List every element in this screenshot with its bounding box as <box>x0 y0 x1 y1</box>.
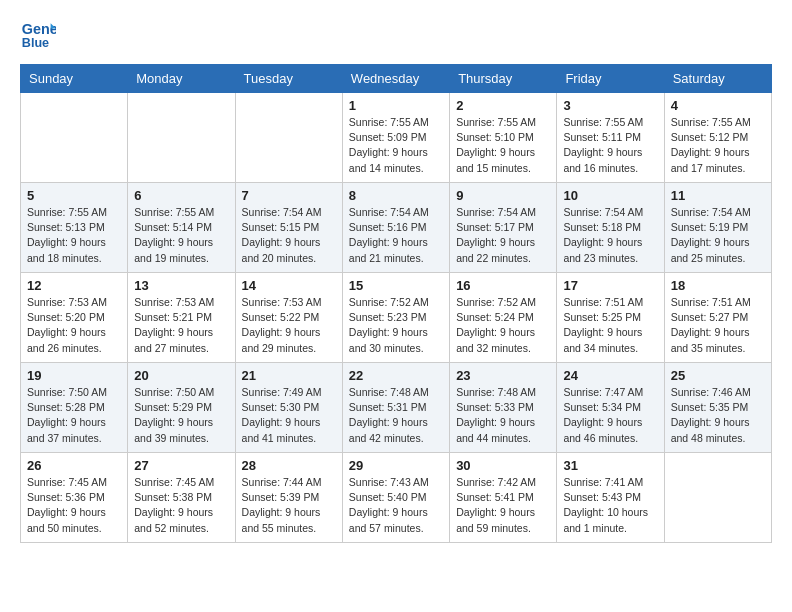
day-number: 30 <box>456 458 550 473</box>
day-number: 28 <box>242 458 336 473</box>
day-info: Sunrise: 7:53 AM Sunset: 5:22 PM Dayligh… <box>242 295 336 356</box>
day-info: Sunrise: 7:46 AM Sunset: 5:35 PM Dayligh… <box>671 385 765 446</box>
calendar-cell: 3Sunrise: 7:55 AM Sunset: 5:11 PM Daylig… <box>557 93 664 183</box>
calendar-cell <box>664 453 771 543</box>
header-sunday: Sunday <box>21 65 128 93</box>
day-number: 14 <box>242 278 336 293</box>
day-info: Sunrise: 7:54 AM Sunset: 5:18 PM Dayligh… <box>563 205 657 266</box>
day-number: 7 <box>242 188 336 203</box>
day-info: Sunrise: 7:54 AM Sunset: 5:16 PM Dayligh… <box>349 205 443 266</box>
day-number: 11 <box>671 188 765 203</box>
calendar-cell: 24Sunrise: 7:47 AM Sunset: 5:34 PM Dayli… <box>557 363 664 453</box>
calendar-cell: 13Sunrise: 7:53 AM Sunset: 5:21 PM Dayli… <box>128 273 235 363</box>
calendar-cell <box>235 93 342 183</box>
calendar-cell <box>128 93 235 183</box>
logo-icon: General Blue <box>20 16 56 52</box>
day-info: Sunrise: 7:55 AM Sunset: 5:10 PM Dayligh… <box>456 115 550 176</box>
day-number: 16 <box>456 278 550 293</box>
day-info: Sunrise: 7:54 AM Sunset: 5:17 PM Dayligh… <box>456 205 550 266</box>
calendar-cell: 27Sunrise: 7:45 AM Sunset: 5:38 PM Dayli… <box>128 453 235 543</box>
day-number: 13 <box>134 278 228 293</box>
header-thursday: Thursday <box>450 65 557 93</box>
day-number: 17 <box>563 278 657 293</box>
day-info: Sunrise: 7:55 AM Sunset: 5:12 PM Dayligh… <box>671 115 765 176</box>
day-info: Sunrise: 7:50 AM Sunset: 5:28 PM Dayligh… <box>27 385 121 446</box>
calendar-cell: 17Sunrise: 7:51 AM Sunset: 5:25 PM Dayli… <box>557 273 664 363</box>
day-number: 19 <box>27 368 121 383</box>
calendar-cell: 18Sunrise: 7:51 AM Sunset: 5:27 PM Dayli… <box>664 273 771 363</box>
header-wednesday: Wednesday <box>342 65 449 93</box>
calendar-week-row: 12Sunrise: 7:53 AM Sunset: 5:20 PM Dayli… <box>21 273 772 363</box>
day-number: 31 <box>563 458 657 473</box>
day-info: Sunrise: 7:48 AM Sunset: 5:31 PM Dayligh… <box>349 385 443 446</box>
day-info: Sunrise: 7:51 AM Sunset: 5:27 PM Dayligh… <box>671 295 765 356</box>
calendar-week-row: 26Sunrise: 7:45 AM Sunset: 5:36 PM Dayli… <box>21 453 772 543</box>
calendar-cell: 11Sunrise: 7:54 AM Sunset: 5:19 PM Dayli… <box>664 183 771 273</box>
day-number: 24 <box>563 368 657 383</box>
day-info: Sunrise: 7:54 AM Sunset: 5:15 PM Dayligh… <box>242 205 336 266</box>
calendar-cell: 31Sunrise: 7:41 AM Sunset: 5:43 PM Dayli… <box>557 453 664 543</box>
day-info: Sunrise: 7:43 AM Sunset: 5:40 PM Dayligh… <box>349 475 443 536</box>
day-number: 5 <box>27 188 121 203</box>
svg-text:Blue: Blue <box>22 36 49 50</box>
day-number: 25 <box>671 368 765 383</box>
header-monday: Monday <box>128 65 235 93</box>
day-number: 23 <box>456 368 550 383</box>
calendar-cell: 14Sunrise: 7:53 AM Sunset: 5:22 PM Dayli… <box>235 273 342 363</box>
calendar-cell: 26Sunrise: 7:45 AM Sunset: 5:36 PM Dayli… <box>21 453 128 543</box>
day-info: Sunrise: 7:45 AM Sunset: 5:36 PM Dayligh… <box>27 475 121 536</box>
calendar-cell: 20Sunrise: 7:50 AM Sunset: 5:29 PM Dayli… <box>128 363 235 453</box>
day-number: 8 <box>349 188 443 203</box>
day-number: 4 <box>671 98 765 113</box>
day-info: Sunrise: 7:51 AM Sunset: 5:25 PM Dayligh… <box>563 295 657 356</box>
calendar-cell: 30Sunrise: 7:42 AM Sunset: 5:41 PM Dayli… <box>450 453 557 543</box>
day-info: Sunrise: 7:50 AM Sunset: 5:29 PM Dayligh… <box>134 385 228 446</box>
calendar-cell: 5Sunrise: 7:55 AM Sunset: 5:13 PM Daylig… <box>21 183 128 273</box>
day-number: 27 <box>134 458 228 473</box>
day-info: Sunrise: 7:53 AM Sunset: 5:21 PM Dayligh… <box>134 295 228 356</box>
calendar-cell: 29Sunrise: 7:43 AM Sunset: 5:40 PM Dayli… <box>342 453 449 543</box>
calendar-week-row: 5Sunrise: 7:55 AM Sunset: 5:13 PM Daylig… <box>21 183 772 273</box>
day-info: Sunrise: 7:42 AM Sunset: 5:41 PM Dayligh… <box>456 475 550 536</box>
day-number: 12 <box>27 278 121 293</box>
day-number: 6 <box>134 188 228 203</box>
svg-text:General: General <box>22 21 56 37</box>
day-number: 26 <box>27 458 121 473</box>
day-info: Sunrise: 7:55 AM Sunset: 5:14 PM Dayligh… <box>134 205 228 266</box>
day-number: 1 <box>349 98 443 113</box>
calendar-cell: 22Sunrise: 7:48 AM Sunset: 5:31 PM Dayli… <box>342 363 449 453</box>
day-info: Sunrise: 7:55 AM Sunset: 5:13 PM Dayligh… <box>27 205 121 266</box>
day-number: 9 <box>456 188 550 203</box>
day-info: Sunrise: 7:55 AM Sunset: 5:11 PM Dayligh… <box>563 115 657 176</box>
day-info: Sunrise: 7:49 AM Sunset: 5:30 PM Dayligh… <box>242 385 336 446</box>
page-header: General Blue <box>20 16 772 52</box>
calendar-cell: 23Sunrise: 7:48 AM Sunset: 5:33 PM Dayli… <box>450 363 557 453</box>
calendar-table: SundayMondayTuesdayWednesdayThursdayFrid… <box>20 64 772 543</box>
day-info: Sunrise: 7:54 AM Sunset: 5:19 PM Dayligh… <box>671 205 765 266</box>
calendar-week-row: 19Sunrise: 7:50 AM Sunset: 5:28 PM Dayli… <box>21 363 772 453</box>
calendar-cell: 7Sunrise: 7:54 AM Sunset: 5:15 PM Daylig… <box>235 183 342 273</box>
header-tuesday: Tuesday <box>235 65 342 93</box>
day-info: Sunrise: 7:45 AM Sunset: 5:38 PM Dayligh… <box>134 475 228 536</box>
header-saturday: Saturday <box>664 65 771 93</box>
calendar-week-row: 1Sunrise: 7:55 AM Sunset: 5:09 PM Daylig… <box>21 93 772 183</box>
calendar-cell: 4Sunrise: 7:55 AM Sunset: 5:12 PM Daylig… <box>664 93 771 183</box>
day-number: 2 <box>456 98 550 113</box>
day-number: 22 <box>349 368 443 383</box>
day-info: Sunrise: 7:52 AM Sunset: 5:23 PM Dayligh… <box>349 295 443 356</box>
calendar-cell: 10Sunrise: 7:54 AM Sunset: 5:18 PM Dayli… <box>557 183 664 273</box>
day-number: 15 <box>349 278 443 293</box>
calendar-cell: 21Sunrise: 7:49 AM Sunset: 5:30 PM Dayli… <box>235 363 342 453</box>
day-info: Sunrise: 7:44 AM Sunset: 5:39 PM Dayligh… <box>242 475 336 536</box>
calendar-cell: 2Sunrise: 7:55 AM Sunset: 5:10 PM Daylig… <box>450 93 557 183</box>
day-info: Sunrise: 7:47 AM Sunset: 5:34 PM Dayligh… <box>563 385 657 446</box>
calendar-cell: 19Sunrise: 7:50 AM Sunset: 5:28 PM Dayli… <box>21 363 128 453</box>
calendar-cell: 12Sunrise: 7:53 AM Sunset: 5:20 PM Dayli… <box>21 273 128 363</box>
calendar-cell: 1Sunrise: 7:55 AM Sunset: 5:09 PM Daylig… <box>342 93 449 183</box>
day-number: 18 <box>671 278 765 293</box>
day-number: 21 <box>242 368 336 383</box>
calendar-cell: 25Sunrise: 7:46 AM Sunset: 5:35 PM Dayli… <box>664 363 771 453</box>
day-info: Sunrise: 7:55 AM Sunset: 5:09 PM Dayligh… <box>349 115 443 176</box>
calendar-cell: 28Sunrise: 7:44 AM Sunset: 5:39 PM Dayli… <box>235 453 342 543</box>
day-info: Sunrise: 7:53 AM Sunset: 5:20 PM Dayligh… <box>27 295 121 356</box>
